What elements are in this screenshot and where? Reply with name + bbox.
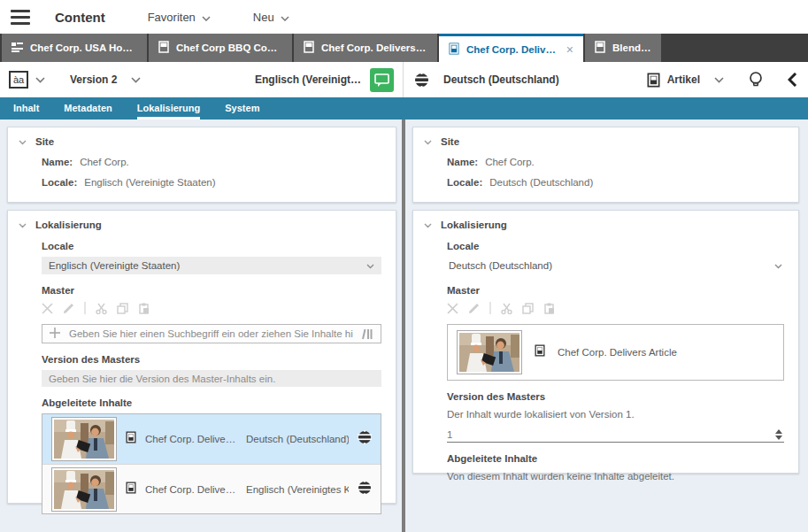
locale-select[interactable]: Englisch (Vereinigte Staaten): [42, 257, 381, 274]
chevron-down-icon[interactable]: [714, 77, 724, 83]
locale-field-label: Locale: [42, 241, 381, 251]
chevron-down-icon: [774, 260, 782, 271]
master-version-number-input[interactable]: 1: [447, 427, 784, 443]
tab-chef-corp-bbq-cookout[interactable]: Chef Corp BBQ Cookout …: [149, 34, 292, 62]
master-version-info: Der Inhalt wurde lokalisiert von Version…: [447, 409, 784, 420]
article-icon: [126, 482, 136, 497]
article-icon: [126, 431, 136, 447]
close-icon[interactable]: ×: [566, 42, 573, 57]
derived-empty-text: Von diesem Inhalt wurden keine Inhalte a…: [447, 471, 784, 482]
app-title: Content: [55, 10, 105, 25]
list-item[interactable]: Chef Corp. Delive… Deutsch (Deutschland): [42, 414, 381, 464]
copy-icon[interactable]: [522, 302, 534, 318]
localization-section-header[interactable]: Lokalisierung: [424, 220, 788, 230]
favorites-menu[interactable]: Favoriten: [148, 11, 211, 24]
left-locale-label: Englisch (Vereinigt…: [255, 73, 361, 86]
derived-item-name: Chef Corp. Delive…: [145, 484, 237, 495]
edit-pencil-icon[interactable]: [63, 302, 74, 318]
site-section-left: Site Name: Chef Corp. Locale: Englisch (…: [7, 127, 396, 203]
content-thumbnail: [457, 330, 522, 374]
version-selector-label[interactable]: Version 2: [70, 73, 117, 86]
new-menu[interactable]: Neu: [253, 11, 289, 24]
site-name-label: Name:: [42, 157, 73, 167]
content-type-label[interactable]: Artikel: [667, 73, 700, 86]
site-section-header[interactable]: Site: [424, 136, 788, 147]
master-field-label: Master: [447, 285, 784, 296]
tab-chef-corp-delivers-article[interactable]: Chef Corp. Delivers Article: [294, 34, 437, 62]
lightbulb-icon[interactable]: [749, 71, 763, 89]
cut-scissors-icon[interactable]: [96, 302, 107, 318]
globe-icon: [358, 481, 372, 498]
translate-icon[interactable]: àa: [9, 71, 28, 89]
list-item[interactable]: Chef Corp. Delive… Englisch (Vereinigtes…: [42, 464, 381, 513]
article-icon: [449, 42, 459, 57]
chevron-down-icon: [424, 220, 432, 230]
number-spinner[interactable]: [775, 429, 784, 440]
copy-icon[interactable]: [117, 302, 128, 318]
right-editor-panel: Site Name: Chef Corp. Locale: Deutsch (D…: [412, 120, 799, 474]
master-version-input[interactable]: Geben Sie hier die Version des Master-In…: [42, 370, 381, 387]
localization-section-header[interactable]: Lokalisierung: [19, 220, 385, 230]
locale-select-value: Deutsch (Deutschland): [449, 260, 552, 271]
locale-select[interactable]: Deutsch (Deutschland): [447, 257, 784, 274]
issues-chat-icon[interactable]: [370, 68, 394, 92]
section-title: Lokalisierung: [441, 220, 507, 230]
tab-metadaten[interactable]: Metadaten: [64, 97, 112, 120]
panel-divider[interactable]: [402, 120, 405, 532]
collapse-panel-chevron-left-icon[interactable]: [788, 73, 797, 87]
site-locale-value: Englisch (Vereinigte Staaten): [84, 177, 215, 188]
chevron-down-icon: [424, 136, 432, 147]
tab-chef-corp-delivers-article-active[interactable]: Chef Corp. Delivers Article ×: [439, 34, 583, 62]
chevron-down-icon: [366, 260, 374, 271]
content-area: Site Name: Chef Corp. Locale: Englisch (…: [0, 120, 808, 532]
chevron-down-icon: [202, 11, 211, 24]
tab-label: Chef Corp. Delivers Article: [466, 44, 558, 55]
content-thumbnail: [51, 467, 117, 512]
paste-icon[interactable]: [543, 302, 555, 318]
section-tabbar: Inhalt Metadaten Lokalisierung System: [0, 97, 808, 120]
article-type-icon: [647, 73, 660, 88]
cut-scissors-icon[interactable]: [501, 302, 512, 318]
derived-contents-label: Abgeleitete Inhalte: [447, 453, 784, 464]
master-search-input[interactable]: Geben Sie hier einen Suchbegriff ein ode…: [42, 324, 381, 343]
tab-chef-corp-usa-home[interactable]: Chef Corp. USA Home Pa…: [2, 34, 147, 62]
tab-label: BlendItAll: [612, 42, 651, 53]
site-name-row: Name: Chef Corp.: [447, 157, 784, 167]
site-name-label: Name:: [447, 157, 478, 167]
master-version-placeholder: Geben Sie hier die Version des Master-In…: [49, 374, 275, 384]
toolbar-separator: [489, 302, 491, 318]
site-section-right: Site Name: Chef Corp. Locale: Deutsch (D…: [412, 127, 799, 203]
master-toolbar: [42, 303, 381, 317]
plus-icon: [50, 328, 60, 340]
derived-contents-label: Abgeleitete Inhalte: [42, 397, 381, 408]
master-version-field-label: Version des Masters: [42, 354, 381, 365]
library-icon[interactable]: [362, 328, 373, 341]
hamburger-menu-icon[interactable]: [11, 10, 30, 25]
tab-lokalisierung[interactable]: Lokalisierung: [137, 97, 201, 120]
master-toolbar: [447, 303, 784, 317]
site-locale-value: Deutsch (Deutschland): [489, 177, 593, 188]
tab-inhalt[interactable]: Inhalt: [13, 97, 39, 120]
chevron-down-icon[interactable]: [35, 77, 45, 83]
derived-item-name: Chef Corp. Delive…: [145, 434, 237, 444]
toolbar-right-side: Deutsch (Deutschland) Artikel: [404, 62, 808, 97]
chevron-down-icon: [281, 11, 289, 24]
tab-system[interactable]: System: [225, 97, 259, 120]
chevron-down-icon: [19, 136, 27, 147]
derived-contents-list: Chef Corp. Delive… Deutsch (Deutschland)…: [42, 413, 381, 514]
paste-icon[interactable]: [138, 302, 150, 318]
master-content-item[interactable]: Chef Corp. Delivers Article: [447, 324, 784, 381]
content-thumbnail: [51, 417, 117, 461]
article-icon: [304, 41, 314, 55]
toolbar-left-side: àa Version 2 Englisch (Vereinigt…: [0, 62, 404, 97]
tab-blenditall[interactable]: BlendItAll: [585, 34, 661, 62]
remove-icon[interactable]: [42, 302, 53, 318]
site-section-header[interactable]: Site: [19, 136, 385, 147]
remove-icon[interactable]: [447, 302, 458, 318]
site-locale-label: Locale:: [42, 177, 77, 188]
chevron-down-icon[interactable]: [131, 77, 141, 83]
edit-pencil-icon[interactable]: [468, 302, 480, 318]
tab-label: Chef Corp. Delivers Article: [321, 42, 427, 53]
globe-icon: [414, 73, 429, 88]
toolbar-separator: [84, 302, 86, 318]
